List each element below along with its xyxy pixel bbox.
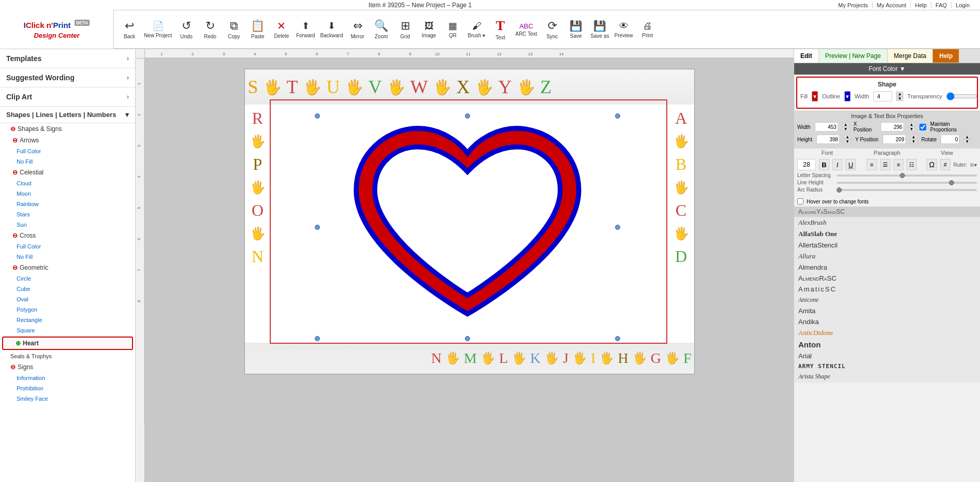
maintain-proportions-check[interactable]: [919, 124, 926, 130]
font-item-almendrasc[interactable]: AlmendRaSC: [794, 273, 980, 284]
width-prop-up[interactable]: ▲: [842, 122, 850, 127]
arc-text-button[interactable]: ABC ARC Text: [513, 12, 540, 46]
new-project-button[interactable]: 📄 New Project: [142, 12, 174, 46]
rotate-up[interactable]: ▲: [963, 135, 971, 139]
save-button[interactable]: 💾 Save: [565, 12, 588, 46]
tab-edit[interactable]: Edit: [794, 49, 819, 63]
font-item-averagesans[interactable]: AverageSans: [794, 382, 980, 383]
handle-bm[interactable]: [465, 336, 470, 341]
sidebar-item-templates[interactable]: Templates ›: [0, 49, 135, 68]
tree-rainbow[interactable]: Rainbow: [0, 199, 135, 209]
font-item-arista[interactable]: Arista Shape: [794, 371, 980, 382]
nav-login[interactable]: Login: [952, 2, 974, 8]
handle-tl[interactable]: [315, 113, 320, 119]
sidebar-item-shapes[interactable]: Shapes | Lines | Letters | Numbers ▾: [0, 107, 135, 123]
y-pos-up[interactable]: ▲: [910, 135, 917, 139]
handle-bl[interactable]: [315, 336, 320, 341]
tab-help[interactable]: Help: [933, 49, 959, 63]
font-size-input[interactable]: [797, 159, 816, 170]
tree-prohibition[interactable]: Prohibition: [0, 383, 135, 393]
print-button[interactable]: 🖨 Print: [636, 12, 659, 46]
canvas-wrapper[interactable]: S 🖐 T 🖐 U 🖐 V 🖐 W 🖐 X 🖐 Y: [145, 59, 794, 482]
sidebar-item-clip-art[interactable]: Clip Art ›: [0, 87, 135, 107]
hash-button[interactable]: #: [940, 159, 950, 170]
tree-rectangle[interactable]: Rectangle: [0, 315, 135, 325]
tree-smiley[interactable]: Smiley Face: [0, 393, 135, 404]
tab-merge[interactable]: Merge Data: [888, 49, 933, 63]
mirror-button[interactable]: ⇔ Mirror: [346, 12, 369, 46]
outline-color-swatch[interactable]: ▼: [844, 91, 851, 101]
font-item-amita[interactable]: Amita: [794, 305, 980, 316]
font-item-arial[interactable]: Arial: [794, 350, 980, 361]
forward-button[interactable]: ⬆ Forward: [294, 12, 317, 46]
font-item-alegreya[interactable]: AlegreYaSansSC: [794, 207, 980, 217]
tree-cloud[interactable]: Cloud: [0, 178, 135, 188]
tree-polygon[interactable]: Polygon: [0, 304, 135, 315]
image-button[interactable]: 🖼 Image: [418, 12, 441, 46]
width-down-btn[interactable]: ▼: [896, 96, 903, 101]
handle-tm[interactable]: [465, 113, 470, 119]
align-left-button[interactable]: ≡: [867, 159, 877, 170]
save-as-button[interactable]: 💾 Save as: [589, 12, 611, 46]
heart-element[interactable]: [317, 116, 618, 339]
rotate-down[interactable]: ▼: [963, 139, 971, 144]
back-button[interactable]: ↩ Back: [118, 12, 141, 46]
height-prop-down[interactable]: ▼: [844, 139, 851, 144]
tree-cube[interactable]: Cube: [0, 284, 135, 294]
redo-button[interactable]: ↻ Redo: [199, 12, 222, 46]
tree-cross[interactable]: ⊖ Cross: [0, 230, 135, 241]
transparency-slider[interactable]: [946, 92, 977, 100]
width-up-btn[interactable]: ▲: [896, 92, 903, 96]
font-item-allura[interactable]: Allura: [794, 251, 980, 262]
preview-button[interactable]: 👁 Preview: [612, 12, 635, 46]
x-pos-input[interactable]: [881, 122, 904, 132]
grid-button[interactable]: ⊞ Grid: [394, 12, 417, 46]
align-right-button[interactable]: ≡: [894, 159, 904, 170]
italic-button[interactable]: I: [832, 159, 843, 170]
heart-svg[interactable]: [317, 116, 618, 339]
bold-button[interactable]: B: [819, 159, 829, 170]
brush-button[interactable]: 🖌 Brush ▾: [465, 12, 488, 46]
width-input[interactable]: [873, 91, 892, 101]
nav-faq[interactable]: FAQ: [931, 2, 952, 8]
omega-button[interactable]: Ω: [927, 159, 937, 170]
underline-button[interactable]: U: [845, 159, 856, 170]
tree-signs[interactable]: ⊖ Signs: [0, 361, 135, 373]
hover-fonts-checkbox[interactable]: [797, 198, 803, 205]
tab-preview[interactable]: Preview | New Page: [819, 49, 888, 63]
font-item-anticdidone[interactable]: AnticDidone: [794, 327, 980, 339]
tree-celestial[interactable]: ⊖ Celestial: [0, 167, 135, 178]
nav-help[interactable]: Help: [911, 2, 931, 8]
tree-arrows[interactable]: ⊖ Arrows: [0, 135, 135, 146]
line-height-slider[interactable]: [837, 182, 977, 184]
tree-cross-fullcolor[interactable]: Full Color: [0, 241, 135, 252]
handle-tr[interactable]: [615, 113, 620, 119]
x-pos-up[interactable]: ▲: [908, 122, 915, 127]
nav-my-projects[interactable]: My Projects: [834, 2, 872, 8]
font-item-alfaslab[interactable]: AlfaSlab One: [794, 228, 980, 240]
tree-arrows-nofill[interactable]: No Fill: [0, 156, 135, 167]
handle-br[interactable]: [615, 336, 620, 341]
width-prop-input[interactable]: [815, 122, 838, 132]
rotate-input[interactable]: [941, 135, 959, 144]
font-item-alexbrush[interactable]: AlexBrush: [794, 217, 980, 228]
letter-spacing-slider[interactable]: [837, 174, 977, 177]
tree-cross-nofill[interactable]: No Fill: [0, 252, 135, 262]
tree-heart[interactable]: ⊕ Heart: [2, 337, 133, 350]
align-justify-button[interactable]: ☷: [906, 159, 917, 170]
tree-seals[interactable]: Seals & Trophys: [0, 351, 135, 361]
font-item-almendra[interactable]: Almendra: [794, 262, 980, 273]
y-pos-down[interactable]: ▼: [910, 139, 917, 144]
sidebar-item-suggested-wording[interactable]: Suggested Wording ›: [0, 68, 135, 87]
tree-information[interactable]: Information: [0, 373, 135, 383]
font-item-army-stencil[interactable]: ARMY STENCIL: [794, 361, 980, 371]
copy-button[interactable]: ⧉ Copy: [223, 12, 245, 46]
tree-circle[interactable]: Circle: [0, 273, 135, 284]
tree-square[interactable]: Square: [0, 325, 135, 335]
arc-radius-slider[interactable]: [837, 189, 977, 191]
backward-button[interactable]: ⬇ Backward: [318, 12, 345, 46]
font-color-bar[interactable]: Font Color ▼: [794, 63, 980, 75]
font-item-amaticsc[interactable]: AmaticSC: [794, 284, 980, 295]
x-pos-down[interactable]: ▼: [908, 127, 915, 132]
tree-sun[interactable]: Sun: [0, 220, 135, 230]
